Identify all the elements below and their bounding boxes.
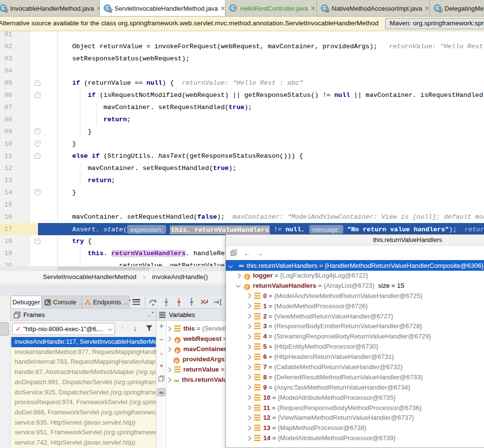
popup-element-row[interactable]: 4 = {StreamingResponseBodyReturnValueHan… <box>226 332 484 342</box>
popup-element-row[interactable]: 9 = {AsyncTaskMethodReturnValueHandler@6… <box>226 383 484 393</box>
back-icon[interactable]: ← <box>243 249 251 257</box>
step-out-icon[interactable] <box>187 298 196 306</box>
popup-element-row[interactable]: 7 = {CallableMethodReturnValueHandler@67… <box>226 362 484 373</box>
frame-row[interactable]: invokeHandlerMethod:877, RequestMappingH… <box>11 347 156 357</box>
tab-invocable-handler-method[interactable]: C InvocableHandlerMethod.java × <box>0 0 100 17</box>
popup-element-row[interactable]: 1 = {ModelMethodProcessor@6726} <box>226 301 484 312</box>
scrollbar-thumb[interactable] <box>57 267 150 270</box>
chevron-right-icon[interactable] <box>246 304 251 308</box>
code-line-112[interactable]: 112 mavContainer. setRequestHandled(true… <box>0 162 484 174</box>
chevron-right-icon[interactable] <box>246 416 251 420</box>
frame-row[interactable]: processRequest:974, FrameworkServlet (or… <box>11 397 156 408</box>
code-line-117[interactable]: 117 Assert. state(expression: this. retu… <box>0 223 484 235</box>
add-watch-icon[interactable]: + <box>157 322 166 330</box>
chevron-down-icon[interactable] <box>236 283 241 287</box>
tab-debugger[interactable]: Debugger <box>11 296 42 308</box>
previous-frame-icon[interactable]: ↑ <box>121 324 125 332</box>
frame-row[interactable]: doService:925, DispatcherServlet (org.sp… <box>11 388 156 398</box>
code-line-106[interactable]: 106− if (isRequestNotModified(webRequest… <box>0 89 484 101</box>
chevron-right-icon[interactable] <box>246 406 251 410</box>
popup-field-row[interactable]: freturnValueHandlers = {ArrayList@6723} … <box>226 281 484 291</box>
popup-root-row[interactable]: ∞this.returnValueHandlers = {HandlerMeth… <box>226 260 484 271</box>
inspect-icon[interactable] <box>230 249 237 256</box>
tab-delegating-method-accessor[interactable]: C DelegatingMethodAccessorImpl.java <box>430 0 484 17</box>
chevron-right-icon[interactable] <box>246 436 251 440</box>
frame-row[interactable]: handle:87, AbstractHandlerMethodAdapter … <box>11 367 156 377</box>
chevron-right-icon[interactable] <box>246 375 251 379</box>
forward-icon[interactable]: → <box>256 249 263 257</box>
run-to-cursor-icon[interactable] <box>213 298 222 306</box>
remove-watch-icon[interactable]: − <box>157 336 166 344</box>
fold-marker-icon[interactable]: − <box>35 141 40 147</box>
duplicate-watch-icon[interactable] <box>158 375 165 382</box>
step-over-icon[interactable] <box>149 298 157 306</box>
code-line-103[interactable]: 103 setResponseStatus(webRequest); <box>0 53 484 65</box>
code-line-111[interactable]: 111− else if (StringUtils. hasText(getRe… <box>0 150 484 162</box>
chevron-right-icon[interactable] <box>236 273 241 278</box>
code-line-104[interactable]: 104 <box>0 65 484 77</box>
variable-row[interactable]: pprovidedArgs <box>167 354 224 364</box>
code-line-115[interactable]: 115 <box>0 199 484 211</box>
chevron-right-icon[interactable] <box>246 426 251 430</box>
frame-row[interactable]: service:635, HttpServlet (javax.servlet.… <box>11 418 156 428</box>
popup-field-row[interactable]: flogger = {LogFactory$Log4jLog@6722} <box>226 271 484 281</box>
popup-element-row[interactable]: 0 = {ModelAndViewMethodReturnValueHandle… <box>226 291 484 301</box>
fold-marker-icon[interactable]: − <box>35 80 40 86</box>
chevron-right-icon[interactable] <box>246 334 251 338</box>
code-line-107[interactable]: 107 mavContainer. setRequestHandled(true… <box>0 101 484 113</box>
show-watches-icon[interactable]: ∞ <box>157 388 166 396</box>
chevron-right-icon[interactable] <box>167 336 171 341</box>
fold-marker-icon[interactable]: − <box>35 238 40 244</box>
alternative-source-button[interactable]: Maven: org.springframework:spring <box>385 18 484 29</box>
tab-native-method-accessor[interactable]: C NativeMethodAccessorImpl.java × <box>317 0 430 17</box>
popup-element-row[interactable]: 10 = {ModelAttributeMethodProcessor@6735… <box>226 393 484 403</box>
chevron-right-icon[interactable] <box>246 314 251 318</box>
code-line-116[interactable]: 116 mavContainer. setRequestHandled(fals… <box>0 211 484 223</box>
tab-hello-rest-controller[interactable]: C HelloRestController.java × <box>225 0 317 17</box>
chevron-right-icon[interactable] <box>167 326 171 331</box>
thread-dropdown[interactable]: ✓ "http-nio-8080-exec-1"@6,... <box>12 323 115 335</box>
tab-servlet-invocable-handler-method[interactable]: C ServletInvocableHandlerMethod.java × <box>100 0 225 17</box>
close-icon[interactable]: × <box>425 5 429 12</box>
drop-frame-icon[interactable] <box>200 298 208 306</box>
popup-element-row[interactable]: 14 = {ModelAttributeMethodProcessor@6739… <box>226 433 484 444</box>
chevron-right-icon[interactable] <box>246 294 251 298</box>
popup-element-row[interactable]: 3 = {ResponseBodyEmitterReturnValueHandl… <box>226 321 484 332</box>
fold-marker-icon[interactable]: − <box>35 129 40 134</box>
chevron-right-icon[interactable] <box>246 355 251 359</box>
filter-frames-icon[interactable] <box>146 324 153 332</box>
code-line-108[interactable]: 108 return; <box>0 113 484 126</box>
move-watch-down-icon[interactable]: ▼ <box>157 362 166 370</box>
frame-row[interactable]: handleInternal:783, RequestMappingHandle… <box>11 357 156 367</box>
tab-endpoints[interactable]: Endpoints →* <box>82 296 130 308</box>
code-line-105[interactable]: 105− if (returnValue == null) { returnVa… <box>0 77 484 89</box>
fold-marker-icon[interactable]: − <box>35 92 40 98</box>
code-line-110[interactable]: 110− } <box>0 138 484 150</box>
chevron-right-icon[interactable] <box>167 377 171 382</box>
close-icon[interactable]: × <box>221 5 224 12</box>
fold-marker-icon[interactable]: − <box>35 189 40 195</box>
breadcrumb-method[interactable]: invokeAndHandle() <box>152 273 208 280</box>
frame-row[interactable]: doDispatch:991, DispatcherServlet (org.s… <box>11 377 156 388</box>
popup-element-row[interactable]: 12 = {ViewNameMethodReturnValueHandler@6… <box>226 413 484 423</box>
close-icon[interactable]: × <box>311 5 315 12</box>
popup-element-row[interactable]: 13 = {MapMethodProcessor@6738} <box>226 423 484 433</box>
chevron-right-icon[interactable] <box>246 395 251 400</box>
frame-row[interactable]: service:742, HttpServlet (javax.servlet.… <box>11 438 156 448</box>
code-editor[interactable]: 101102 Object returnValue = invokeForReq… <box>0 31 484 266</box>
step-into-icon[interactable] <box>162 298 170 306</box>
frame-row[interactable]: invokeAndHandle:117, ServletInvocableHan… <box>11 337 156 347</box>
next-frame-icon[interactable]: ↓ <box>133 324 137 332</box>
cutoff-toolbar-button[interactable] <box>0 322 9 336</box>
frames-popout-icon[interactable]: →* <box>146 311 154 318</box>
chevron-right-icon[interactable] <box>246 385 251 390</box>
fold-marker-icon[interactable]: − <box>35 153 40 159</box>
popup-element-row[interactable]: 6 = {HttpHeadersReturnValueHandler@6731} <box>226 352 484 362</box>
popup-element-row[interactable]: 11 = {RequestResponseBodyMethodProcessor… <box>226 403 484 413</box>
code-line-101[interactable]: 101 <box>0 31 484 40</box>
chevron-right-icon[interactable] <box>167 367 171 372</box>
popup-element-row[interactable]: 2 = {ViewMethodReturnValueHandler@6727} <box>226 312 484 322</box>
move-watch-up-icon[interactable]: ▲ <box>157 349 166 357</box>
popup-element-row[interactable]: 8 = {DeferredResultMethodReturnValueHand… <box>226 373 484 383</box>
code-line-114[interactable]: 114− } <box>0 187 484 199</box>
